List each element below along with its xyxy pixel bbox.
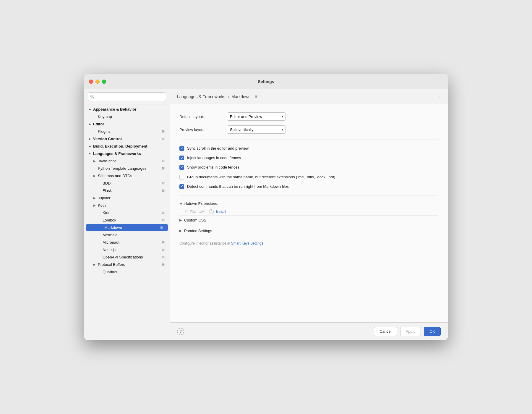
pandoc-settings-header[interactable]: ▶ Pandoc Settings xyxy=(179,226,438,235)
sidebar-item-build[interactable]: ▶ Build, Execution, Deployment xyxy=(84,143,170,150)
chevron-right-icon: ▶ xyxy=(88,122,92,126)
preview-layout-select[interactable]: Split vertically xyxy=(227,125,286,134)
sidebar-item-micronaut[interactable]: Micronaut ⊞ xyxy=(84,239,170,246)
content-area: Languages & Frameworks › Markdown ⊞ ← → … xyxy=(170,89,448,340)
show-problems-label: Show problems in code fences xyxy=(187,165,239,170)
forward-arrow-icon[interactable]: → xyxy=(436,94,441,99)
back-arrow-icon[interactable]: ← xyxy=(429,94,434,99)
chevron-placeholder xyxy=(97,270,101,274)
search-wrapper: 🔍 xyxy=(88,92,166,101)
plantuml-help-icon[interactable]: ? xyxy=(209,209,214,214)
sidebar-item-lombok[interactable]: Lombok ⊞ xyxy=(84,216,170,224)
plantuml-install-link[interactable]: Install xyxy=(216,209,226,214)
check-icon: ✓ xyxy=(181,185,183,188)
sidebar-item-editor[interactable]: ▶ Editor xyxy=(84,120,170,128)
show-problems-checkbox[interactable]: ✓ xyxy=(179,165,184,170)
default-layout-select[interactable]: Editor and Preview xyxy=(227,112,286,121)
sidebar-item-jupyter[interactable]: ▶ Jupyter xyxy=(84,194,170,202)
close-button[interactable] xyxy=(89,80,93,84)
custom-css-header[interactable]: ▶ Custom CSS xyxy=(179,215,438,225)
section-divider xyxy=(179,140,438,140)
cancel-button[interactable]: Cancel xyxy=(374,327,397,336)
sidebar-item-mermaid[interactable]: Mermaid xyxy=(84,231,170,239)
chevron-right-icon: ▶ xyxy=(88,137,92,141)
sidebar-item-python-template[interactable]: Python Template Languages ⊞ xyxy=(84,165,170,172)
grid-icon: ⊞ xyxy=(162,137,166,141)
chevron-placeholder xyxy=(93,130,97,134)
search-input[interactable] xyxy=(88,92,166,101)
preview-layout-row: Preview layout: Split vertically xyxy=(179,125,438,134)
section-divider-2 xyxy=(179,195,438,195)
window-title: Settings xyxy=(258,79,274,84)
titlebar: Settings xyxy=(84,74,448,89)
breadcrumb-current: Markdown xyxy=(231,94,251,99)
inject-langs-label: Inject languages in code fences xyxy=(187,155,241,161)
sidebar-item-kotlin[interactable]: ▶ Kotlin xyxy=(84,202,170,209)
detect-commands-checkbox[interactable]: ✓ xyxy=(179,184,184,189)
group-docs-label: Group documents with the same name, but … xyxy=(187,174,335,180)
sidebar-item-openapi[interactable]: OpenAPI Specifications ⊞ xyxy=(84,253,170,261)
pandoc-settings-label: Pandoc Settings xyxy=(184,229,212,233)
chevron-right-icon: ▶ xyxy=(93,159,97,163)
chevron-right-icon: ▶ xyxy=(179,218,182,222)
group-docs-checkbox[interactable] xyxy=(179,175,184,179)
sidebar-item-languages[interactable]: ▼ Languages & Frameworks xyxy=(84,150,170,157)
sidebar-item-ktor[interactable]: Ktor ⊞ xyxy=(84,209,170,216)
checkbox-inject-langs: ✓ Inject languages in code fences xyxy=(179,155,438,161)
check-icon: ✓ xyxy=(181,147,183,150)
chevron-right-icon: ▶ xyxy=(93,196,97,200)
grid-icon: ⊞ xyxy=(162,248,166,252)
inject-langs-checkbox[interactable]: ✓ xyxy=(179,156,184,160)
help-button[interactable]: ? xyxy=(177,328,184,335)
custom-css-label: Custom CSS xyxy=(184,218,206,222)
markdown-extensions-section: Markdown Extensions: ✓ PlantUML ? Instal… xyxy=(179,201,438,214)
pandoc-settings-section: ▶ Pandoc Settings xyxy=(179,226,438,235)
sidebar-item-flask[interactable]: Flask ⊞ xyxy=(84,187,170,194)
sidebar-item-version-control[interactable]: ▶ Version Control ⊞ xyxy=(84,135,170,143)
preview-layout-label: Preview layout: xyxy=(179,127,227,132)
chevron-placeholder xyxy=(93,166,97,171)
checkbox-group-docs: Group documents with the same name, but … xyxy=(179,174,438,180)
chevron-down-icon: ▼ xyxy=(88,152,92,156)
sync-scroll-checkbox[interactable]: ✓ xyxy=(179,146,184,151)
checkboxes-section: ✓ Sync scroll in the editor and preview … xyxy=(179,146,438,189)
smart-keys-settings-link[interactable]: Smart Keys Settings xyxy=(231,241,263,245)
settings-window: Settings 🔍 ▶ Appearance & Behavior xyxy=(84,74,448,340)
chevron-placeholder xyxy=(97,233,101,237)
sidebar-item-appearance[interactable]: ▶ Appearance & Behavior xyxy=(84,106,170,113)
footer-hint-text: Configure in-editor assistance in xyxy=(179,241,230,245)
ok-button[interactable]: OK xyxy=(424,327,441,336)
minimize-button[interactable] xyxy=(95,80,100,84)
preview-layout-select-wrapper: Split vertically xyxy=(227,125,286,134)
sidebar: 🔍 ▶ Appearance & Behavior Keymap ▶ xyxy=(84,89,170,340)
chevron-placeholder xyxy=(97,248,101,252)
sidebar-item-bdd[interactable]: BDD ⊞ xyxy=(84,179,170,187)
grid-icon: ⊞ xyxy=(162,166,166,171)
checkbox-detect-commands: ✓ Detect commands that can be run right … xyxy=(179,184,438,189)
grid-icon: ⊞ xyxy=(162,181,166,185)
chevron-placeholder xyxy=(97,218,101,222)
extensions-title: Markdown Extensions: xyxy=(179,201,438,206)
plantuml-name: PlantUML xyxy=(190,209,207,214)
chevron-right-icon: ▶ xyxy=(88,144,92,148)
sidebar-item-quarkus[interactable]: Quarkus xyxy=(84,268,170,276)
chevron-right-icon: ▶ xyxy=(93,203,97,208)
sidebar-item-plugins[interactable]: Plugins ⊞ xyxy=(84,128,170,135)
content-body: Default layout: Editor and Preview Previ… xyxy=(170,104,448,322)
maximize-button[interactable] xyxy=(102,80,106,84)
sidebar-item-schemas[interactable]: ▶ Schemas and DTDs xyxy=(84,172,170,179)
grid-icon: ⊞ xyxy=(162,255,166,259)
grid-icon: ⊞ xyxy=(162,263,166,267)
grid-icon: ⊞ xyxy=(160,226,164,230)
chevron-placeholder xyxy=(99,226,103,230)
sidebar-item-markdown[interactable]: Markdown ⊞ xyxy=(86,224,168,231)
main-layout: 🔍 ▶ Appearance & Behavior Keymap ▶ xyxy=(84,89,448,340)
sidebar-item-keymap[interactable]: Keymap xyxy=(84,113,170,120)
chevron-right-icon: ▶ xyxy=(93,174,97,178)
sidebar-item-nodejs[interactable]: Node.js ⊞ xyxy=(84,246,170,253)
apply-button[interactable]: Apply xyxy=(400,327,421,336)
chevron-right-icon: ▶ xyxy=(88,107,92,111)
sidebar-item-protocol-buffers[interactable]: ▶ Protocol Buffers ⊞ xyxy=(84,261,170,268)
check-icon: ✓ xyxy=(181,166,183,169)
sidebar-item-javascript[interactable]: ▶ JavaScript ⊞ xyxy=(84,157,170,165)
